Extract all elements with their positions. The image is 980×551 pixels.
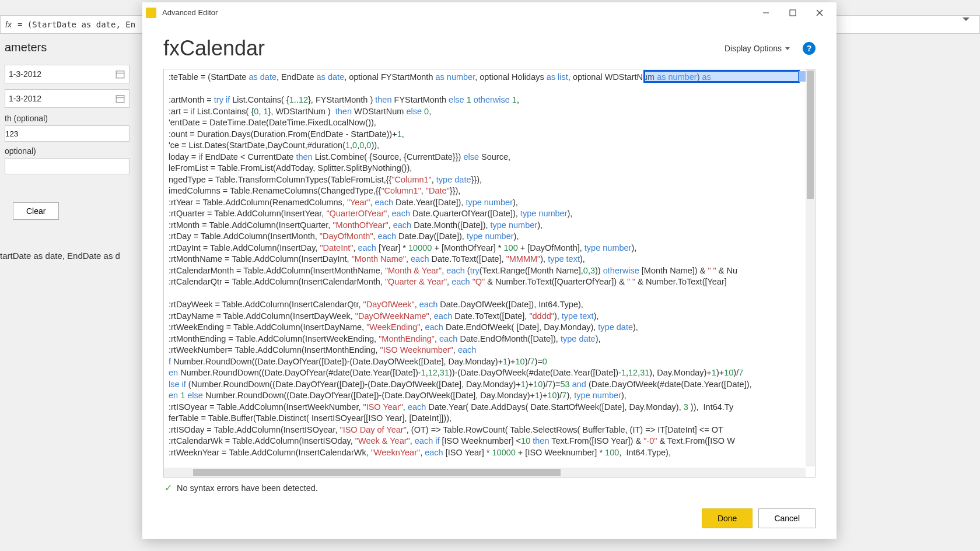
display-options-dropdown[interactable]: Display Options [724, 44, 790, 53]
status-row: ✓ No syntax errors have been detected. [163, 478, 816, 498]
query-name: fxCalendar [163, 36, 724, 61]
chevron-down-icon[interactable] [963, 17, 970, 21]
modal-title: Advanced Editor [162, 8, 752, 17]
date-value-2: 1-3-2012 [9, 94, 41, 103]
calendar-icon [115, 93, 125, 104]
help-icon[interactable]: ? [803, 42, 816, 55]
date-input-2[interactable]: 1-3-2012 [5, 89, 130, 108]
advanced-editor-modal: Advanced Editor fxCalendar Display Optio… [142, 2, 836, 539]
maximize-button[interactable] [779, 3, 806, 23]
panel-title: ameters [5, 41, 130, 54]
button-row: Done Cancel [163, 508, 816, 528]
vertical-scrollbar[interactable] [806, 69, 815, 466]
date-input-1[interactable]: 1-3-2012 [5, 65, 130, 83]
svg-rect-2 [116, 96, 124, 103]
fx-icon: fx [5, 20, 12, 29]
app-icon [146, 8, 156, 18]
modal-body: fxCalendar Display Options ? :teTable = … [142, 23, 836, 539]
header-row: fxCalendar Display Options ? [163, 36, 816, 61]
done-button[interactable]: Done [702, 508, 752, 528]
code-content[interactable]: :teTable = (StartDate as date, EndDate a… [164, 69, 815, 461]
formula-text: = (StartDate as date, En [18, 20, 135, 29]
param-label-month: th (optional) [5, 114, 130, 123]
clear-button[interactable]: Clear [13, 202, 59, 220]
check-icon: ✓ [164, 482, 172, 493]
parameters-panel: ameters 1-3-2012 1-3-2012 th (optional) … [0, 41, 134, 220]
calendar-icon [115, 69, 125, 79]
param-label-optional: optional) [5, 146, 130, 156]
vertical-scroll-thumb[interactable] [807, 71, 814, 199]
date-value-1: 1-3-2012 [9, 69, 41, 79]
close-button[interactable] [806, 3, 833, 23]
minimize-button[interactable] [752, 3, 779, 23]
cancel-button[interactable]: Cancel [758, 508, 816, 528]
horizontal-scroll-thumb[interactable] [193, 469, 561, 476]
status-text: No syntax errors have been detected. [177, 483, 318, 493]
signature-text: tartDate as date, EndDate as d [0, 251, 120, 261]
svg-rect-0 [116, 71, 124, 78]
horizontal-scrollbar[interactable] [164, 468, 806, 477]
code-editor[interactable]: :teTable = (StartDate as date, EndDate a… [163, 69, 816, 478]
optional-field[interactable] [5, 158, 130, 174]
svg-rect-5 [790, 10, 796, 16]
modal-titlebar: Advanced Editor [142, 2, 836, 23]
month-field[interactable] [5, 125, 130, 142]
